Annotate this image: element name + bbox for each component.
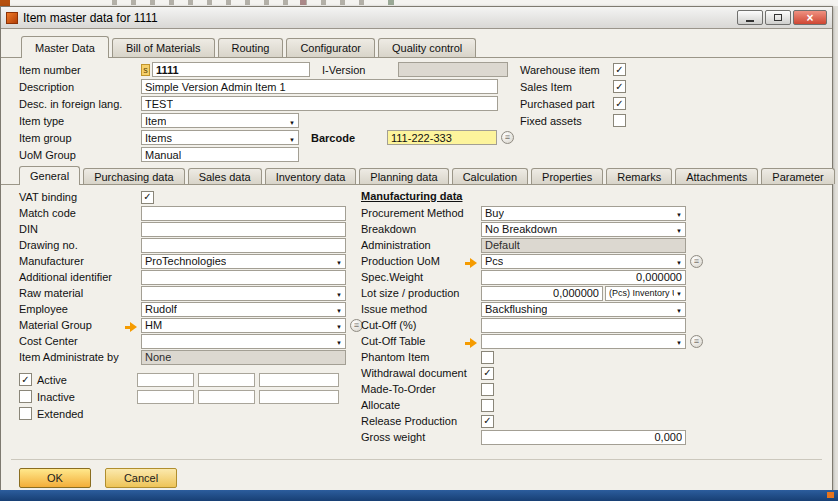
tab-label: Inventory data bbox=[276, 171, 346, 183]
withdrawal-document-checkbox[interactable] bbox=[481, 367, 494, 380]
foreign-description-field[interactable]: TEST bbox=[141, 96, 498, 111]
active-to-field[interactable] bbox=[198, 373, 255, 387]
production-uom-label-text: Production UoM bbox=[361, 255, 440, 267]
minimize-button[interactable] bbox=[737, 10, 763, 25]
barcode-field[interactable]: 111-222-333 bbox=[387, 130, 497, 145]
inactive-checkbox[interactable] bbox=[19, 390, 32, 403]
tab-master-data[interactable]: Master Data bbox=[21, 36, 109, 58]
breakdown-row: Breakdown No Breakdown bbox=[361, 221, 701, 237]
withdrawal-document-row: Withdrawal document bbox=[361, 365, 701, 381]
item-group-dropdown[interactable]: Items bbox=[141, 130, 299, 145]
tab-remarks[interactable]: Remarks bbox=[606, 168, 672, 184]
match-code-field[interactable] bbox=[141, 206, 346, 221]
active-checkbox[interactable] bbox=[19, 373, 32, 386]
globe-icon[interactable] bbox=[501, 131, 514, 144]
tab-bill-of-materials[interactable]: Bill of Materials bbox=[112, 38, 215, 57]
tab-planning-data[interactable]: Planning data bbox=[359, 168, 448, 184]
cut-off-table-label-text: Cut-Off Table bbox=[361, 335, 425, 347]
item-group-label: Item group bbox=[19, 132, 141, 144]
uom-group-field[interactable]: Manual bbox=[141, 147, 299, 162]
vat-binding-checkbox[interactable] bbox=[141, 191, 154, 204]
manufacturing-data-column: Manufacturing data Procurement Method Bu… bbox=[361, 187, 701, 445]
material-group-dropdown[interactable]: HM bbox=[141, 318, 346, 333]
fixed-assets-checkbox[interactable] bbox=[613, 114, 626, 127]
chevron-down-icon bbox=[334, 319, 342, 331]
inactive-from-field[interactable] bbox=[137, 390, 194, 404]
active-label: Active bbox=[37, 374, 137, 386]
maximize-button[interactable] bbox=[765, 10, 791, 25]
material-group-row: Material Group HM bbox=[19, 317, 364, 333]
tab-purchasing-data[interactable]: Purchasing data bbox=[83, 168, 185, 184]
active-from-field[interactable] bbox=[137, 373, 194, 387]
lot-size-label: Lot size / production bbox=[361, 287, 481, 299]
release-production-checkbox[interactable] bbox=[481, 415, 494, 428]
tab-inventory-data[interactable]: Inventory data bbox=[265, 168, 357, 184]
inactive-to-field[interactable] bbox=[198, 390, 255, 404]
cut-off-pct-field[interactable] bbox=[481, 318, 686, 333]
lot-size-field[interactable]: 0,000000 bbox=[481, 286, 603, 301]
link-arrow-icon[interactable] bbox=[125, 322, 138, 332]
globe-icon[interactable] bbox=[690, 335, 703, 348]
tab-calculation[interactable]: Calculation bbox=[452, 168, 528, 184]
drawing-no-field[interactable] bbox=[141, 238, 346, 253]
phantom-item-checkbox[interactable] bbox=[481, 351, 494, 364]
i-version-field bbox=[398, 62, 508, 77]
cost-center-dropdown[interactable] bbox=[141, 334, 346, 349]
procurement-method-dropdown[interactable]: Buy bbox=[481, 206, 686, 221]
made-to-order-label: Made-To-Order bbox=[361, 383, 481, 395]
gross-weight-field[interactable]: 0,000 bbox=[481, 430, 686, 445]
foreign-description-label: Desc. in foreign lang. bbox=[19, 98, 141, 110]
close-button[interactable] bbox=[793, 10, 827, 25]
link-arrow-icon[interactable] bbox=[465, 338, 478, 348]
warehouse-item-checkbox[interactable] bbox=[613, 63, 626, 76]
minimize-icon bbox=[746, 20, 754, 22]
tab-sales-data[interactable]: Sales data bbox=[188, 168, 262, 184]
allocate-checkbox[interactable] bbox=[481, 399, 494, 412]
cut-off-table-dropdown[interactable] bbox=[481, 334, 686, 349]
title-bar[interactable]: Item master data for 1111 bbox=[1, 7, 832, 29]
item-number-field[interactable]: 1111 bbox=[152, 62, 310, 77]
manufacturer-dropdown[interactable]: ProTechnologies bbox=[141, 254, 346, 269]
extended-checkbox[interactable] bbox=[19, 407, 32, 420]
breakdown-dropdown[interactable]: No Breakdown bbox=[481, 222, 686, 237]
app-icon bbox=[6, 12, 18, 24]
sales-item-checkbox[interactable] bbox=[613, 80, 626, 93]
made-to-order-checkbox[interactable] bbox=[481, 383, 494, 396]
tab-attachments[interactable]: Attachments bbox=[675, 168, 758, 184]
description-field[interactable]: Simple Version Admin Item 1 bbox=[141, 79, 498, 94]
additional-identifier-field[interactable] bbox=[141, 270, 346, 285]
employee-row: Employee Rudolf bbox=[19, 301, 364, 317]
description-row: Description Simple Version Admin Item 1 bbox=[19, 78, 579, 95]
sales-item-row: Sales Item bbox=[520, 78, 650, 95]
production-uom-dropdown[interactable]: Pcs bbox=[481, 254, 686, 269]
spec-weight-field[interactable]: 0,000000 bbox=[481, 270, 686, 285]
uom-group-label: UoM Group bbox=[19, 149, 141, 161]
tab-label: Master Data bbox=[35, 42, 95, 54]
tab-label: Attachments bbox=[686, 171, 747, 183]
tab-general[interactable]: General bbox=[19, 166, 80, 185]
tab-properties[interactable]: Properties bbox=[531, 168, 603, 184]
material-group-label: Material Group bbox=[19, 319, 141, 331]
drawing-no-row: Drawing no. bbox=[19, 237, 364, 253]
tab-parameter[interactable]: Parameter bbox=[761, 168, 834, 184]
tab-quality-control[interactable]: Quality control bbox=[378, 38, 476, 57]
purchased-part-checkbox[interactable] bbox=[613, 97, 626, 110]
tab-configurator[interactable]: Configurator bbox=[286, 38, 375, 57]
globe-icon[interactable] bbox=[690, 255, 703, 268]
raw-material-dropdown[interactable] bbox=[141, 286, 346, 301]
phantom-item-row: Phantom Item bbox=[361, 349, 701, 365]
item-number-flag-icon: s bbox=[141, 64, 150, 76]
issue-method-dropdown[interactable]: Backflushing bbox=[481, 302, 686, 317]
item-type-dropdown[interactable]: Item bbox=[141, 113, 299, 128]
din-field[interactable] bbox=[141, 222, 346, 237]
ok-button[interactable]: OK bbox=[19, 468, 91, 488]
match-code-label: Match code bbox=[19, 207, 141, 219]
inactive-remarks-field[interactable] bbox=[259, 390, 339, 404]
tab-routing[interactable]: Routing bbox=[218, 38, 284, 57]
link-arrow-icon[interactable] bbox=[465, 258, 478, 268]
employee-dropdown[interactable]: Rudolf bbox=[141, 302, 346, 317]
cancel-button[interactable]: Cancel bbox=[105, 468, 177, 488]
lot-size-uom-dropdown[interactable]: (Pcs) Inventory UoM bbox=[605, 286, 686, 301]
footer-buttons: OK Cancel bbox=[19, 468, 177, 488]
active-remarks-field[interactable] bbox=[259, 373, 339, 387]
